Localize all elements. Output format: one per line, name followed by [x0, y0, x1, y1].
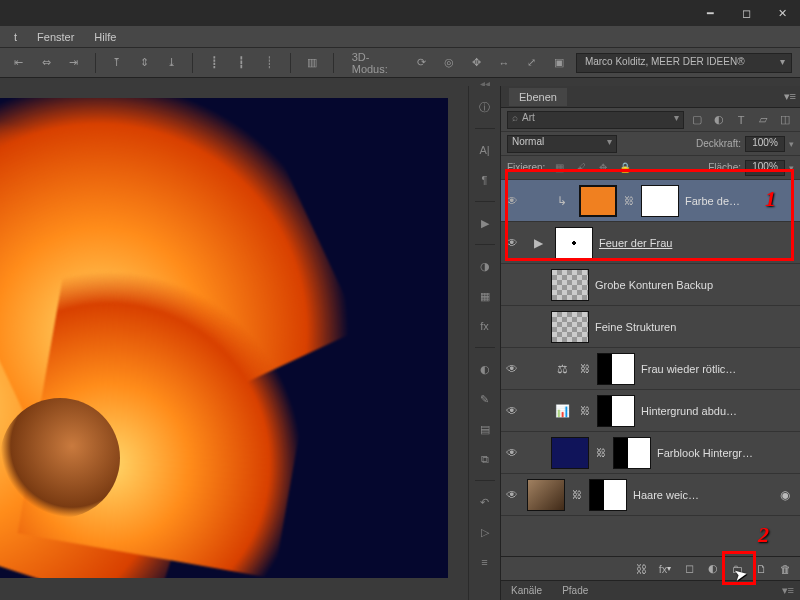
opacity-flyout-icon[interactable]: ▾ [789, 139, 794, 149]
filter-shape-icon[interactable]: ▱ [754, 111, 772, 129]
layer-row-farbe[interactable]: 👁 ↳ ⛓ Farbe de… [501, 180, 800, 222]
properties-panel-icon[interactable]: ≡ [472, 549, 498, 575]
color-panel-icon[interactable]: ◑ [472, 253, 498, 279]
visibility-toggle[interactable] [503, 320, 521, 334]
delete-layer-button[interactable]: 🗑 [774, 559, 796, 579]
character-panel-icon[interactable]: A| [472, 137, 498, 163]
lock-pixels-icon[interactable]: 🖌 [573, 160, 589, 176]
distribute-h-icon[interactable]: ┋ [203, 52, 225, 74]
link-mask-icon[interactable]: ⛓ [579, 405, 591, 416]
info-panel-icon[interactable]: ⓘ [472, 94, 498, 120]
layer-name[interactable]: Farblook Hintergr… [657, 447, 796, 459]
visibility-toggle[interactable]: 👁 [503, 236, 521, 250]
link-mask-icon[interactable]: ⛓ [595, 447, 607, 458]
auto-align-icon[interactable]: ▥ [301, 52, 323, 74]
layer-row-grobe[interactable]: Grobe Konturen Backup [501, 264, 800, 306]
filter-smart-icon[interactable]: ◫ [776, 111, 794, 129]
bottom-panel-menu-icon[interactable]: ▾≡ [782, 584, 800, 597]
3d-slide-icon[interactable]: ↔ [493, 52, 515, 74]
document-canvas[interactable] [0, 98, 448, 578]
layer-row-haare[interactable]: 👁 ⛓ Haare weic… ◉ [501, 474, 800, 516]
layer-row-hintergrund-abdu[interactable]: 👁 📊 ⛓ Hintergrund abdu… [501, 390, 800, 432]
link-layers-button[interactable]: ⛓ [630, 559, 652, 579]
layer-name[interactable]: Frau wieder rötlic… [641, 363, 796, 375]
tab-kanaele[interactable]: Kanäle [501, 583, 552, 598]
paragraph-panel-icon[interactable]: ¶ [472, 167, 498, 193]
layer-name[interactable]: Farbe de… [685, 195, 796, 207]
visibility-toggle[interactable]: 👁 [503, 404, 521, 418]
actions-panel-icon[interactable]: ▷ [472, 519, 498, 545]
panel-collapse-icon[interactable]: ◂◂ [480, 78, 490, 86]
menu-item-fenster[interactable]: Fenster [27, 28, 84, 46]
history-panel-icon[interactable]: ↶ [472, 489, 498, 515]
lock-all-icon[interactable]: 🔒 [617, 160, 633, 176]
panel-menu-icon[interactable]: ▾≡ [784, 90, 796, 103]
link-mask-icon[interactable]: ⛓ [623, 195, 635, 206]
new-group-button[interactable]: 🗀 [726, 559, 748, 579]
align-bottom-icon[interactable]: ⤓ [161, 52, 183, 74]
brush-panel-icon[interactable]: ✎ [472, 386, 498, 412]
layer-mask-thumb[interactable] [641, 185, 679, 217]
visibility-toggle[interactable]: 👁 [503, 362, 521, 376]
layer-mask-thumb[interactable] [589, 479, 627, 511]
maximize-button[interactable]: ◻ [728, 0, 764, 26]
visibility-toggle[interactable]: 👁 [503, 446, 521, 460]
smart-filter-icon[interactable]: ◉ [774, 484, 796, 506]
layer-row-frau[interactable]: 👁 ⚖ ⛓ Frau wieder rötlic… [501, 348, 800, 390]
3d-roll-icon[interactable]: ◎ [438, 52, 460, 74]
3d-pan-icon[interactable]: ✥ [466, 52, 488, 74]
3d-rotate-icon[interactable]: ⟳ [410, 52, 432, 74]
close-button[interactable]: ✕ [764, 0, 800, 26]
new-layer-button[interactable]: 🗋 [750, 559, 772, 579]
layer-row-feine[interactable]: Feine Strukturen [501, 306, 800, 348]
layer-thumb[interactable] [551, 311, 589, 343]
tool-presets-icon[interactable]: ▤ [472, 416, 498, 442]
layer-name[interactable]: Feuer der Frau [599, 237, 796, 249]
distribute-v-icon[interactable]: ┊ [259, 52, 281, 74]
link-mask-icon[interactable]: ⛓ [579, 363, 591, 374]
layer-filter-dropdown[interactable]: Art [507, 111, 684, 129]
layer-name[interactable]: Feine Strukturen [595, 321, 796, 333]
menu-item-hilfe[interactable]: Hilfe [84, 28, 126, 46]
minimize-button[interactable]: ━ [692, 0, 728, 26]
user-dropdown[interactable]: Marco Kolditz, MEER DER IDEEN® [576, 53, 792, 73]
fill-value[interactable]: 100% [745, 160, 785, 176]
filter-type-icon[interactable]: T [732, 111, 750, 129]
layer-thumb[interactable] [551, 437, 589, 469]
align-right-icon[interactable]: ⇥ [63, 52, 85, 74]
layer-row-feuer[interactable]: 👁 ▶ Feuer der Frau [501, 222, 800, 264]
layer-thumb[interactable] [555, 227, 593, 259]
align-left-icon[interactable]: ⇤ [8, 52, 30, 74]
layer-thumb[interactable] [551, 269, 589, 301]
layer-fx-button[interactable]: fx▾ [654, 559, 676, 579]
layer-thumb[interactable] [527, 479, 565, 511]
align-center-icon[interactable]: ⇔ [36, 52, 58, 74]
lock-transparent-icon[interactable]: ▦ [551, 160, 567, 176]
layer-thumb[interactable] [579, 185, 617, 217]
clone-source-icon[interactable]: ⧉ [472, 446, 498, 472]
visibility-toggle[interactable]: 👁 [503, 194, 521, 208]
distribute-hc-icon[interactable]: ┇ [231, 52, 253, 74]
3d-camera-icon[interactable]: ▣ [548, 52, 570, 74]
layer-mask-thumb[interactable] [597, 353, 635, 385]
layer-name[interactable]: Grobe Konturen Backup [595, 279, 796, 291]
visibility-toggle[interactable]: 👁 [503, 488, 521, 502]
styles-panel-icon[interactable]: fx [472, 313, 498, 339]
blend-mode-dropdown[interactable]: Normal [507, 135, 617, 153]
layer-mask-thumb[interactable] [597, 395, 635, 427]
opacity-value[interactable]: 100% [745, 136, 785, 152]
lock-position-icon[interactable]: ✥ [595, 160, 611, 176]
align-vmid-icon[interactable]: ⇕ [133, 52, 155, 74]
visibility-toggle[interactable] [503, 278, 521, 292]
3d-scale-icon[interactable]: ⤢ [521, 52, 543, 74]
layer-name[interactable]: Hintergrund abdu… [641, 405, 796, 417]
filter-pixel-icon[interactable]: ▢ [688, 111, 706, 129]
menu-item-t[interactable]: t [4, 28, 27, 46]
filter-adjust-icon[interactable]: ◐ [710, 111, 728, 129]
add-mask-button[interactable]: ◻ [678, 559, 700, 579]
disclosure-icon[interactable]: ▶ [527, 232, 549, 254]
tab-pfade[interactable]: Pfade [552, 583, 598, 598]
new-adjustment-button[interactable]: ◐ [702, 559, 724, 579]
adjustments-panel-icon[interactable]: ◐ [472, 356, 498, 382]
align-top-icon[interactable]: ⤒ [106, 52, 128, 74]
